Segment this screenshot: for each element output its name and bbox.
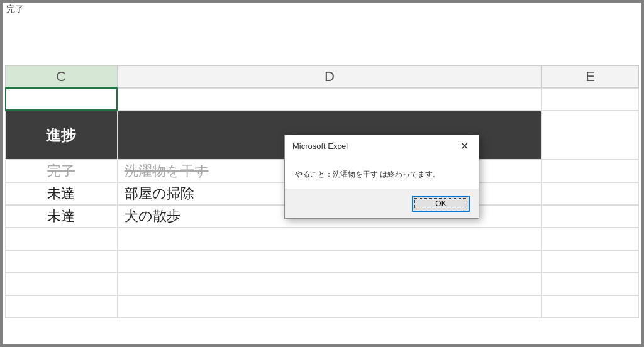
cell[interactable]: [118, 273, 541, 295]
cell[interactable]: [5, 88, 118, 111]
cell[interactable]: [541, 111, 639, 160]
dialog-titlebar[interactable]: Microsoft Excel ✕: [285, 135, 479, 157]
column-header-e[interactable]: E: [541, 65, 639, 88]
cell[interactable]: [541, 88, 639, 111]
blank-row: [5, 250, 639, 273]
cell[interactable]: [118, 88, 541, 111]
cell[interactable]: [541, 273, 639, 295]
cell[interactable]: [5, 228, 118, 250]
cell-progress[interactable]: 未達: [5, 182, 118, 205]
cell[interactable]: [5, 273, 118, 295]
blank-row: [5, 273, 639, 295]
cell[interactable]: [118, 250, 541, 273]
column-header-d[interactable]: D: [118, 65, 542, 88]
dialog-title-text: Microsoft Excel: [292, 141, 348, 151]
cell[interactable]: [541, 160, 639, 182]
column-header-c[interactable]: C: [5, 65, 118, 88]
cell-progress[interactable]: 完了: [5, 160, 118, 182]
blank-row: [5, 228, 639, 250]
cell[interactable]: [541, 182, 639, 205]
column-headers: C D E: [5, 65, 639, 88]
cell[interactable]: [541, 228, 639, 250]
ok-button[interactable]: OK: [412, 196, 470, 212]
cell[interactable]: [5, 250, 118, 273]
close-icon[interactable]: ✕: [455, 138, 474, 153]
blank-row: [5, 295, 639, 318]
cell[interactable]: [541, 250, 639, 273]
cell-progress[interactable]: 未達: [5, 205, 118, 228]
formula-bar[interactable]: 完了: [3, 3, 641, 18]
message-dialog: Microsoft Excel ✕ やること：洗濯物を干す は終わってます。 O…: [284, 135, 479, 219]
dialog-message: やること：洗濯物を干す は終わってます。: [285, 157, 479, 189]
dialog-footer: OK: [285, 189, 479, 218]
cell[interactable]: [541, 295, 639, 318]
header-cell-progress[interactable]: 進捗: [5, 111, 118, 160]
cell[interactable]: [118, 295, 541, 318]
blank-row: [5, 88, 639, 111]
cell[interactable]: [118, 228, 541, 250]
cell[interactable]: [541, 205, 639, 228]
cell[interactable]: [5, 295, 118, 318]
